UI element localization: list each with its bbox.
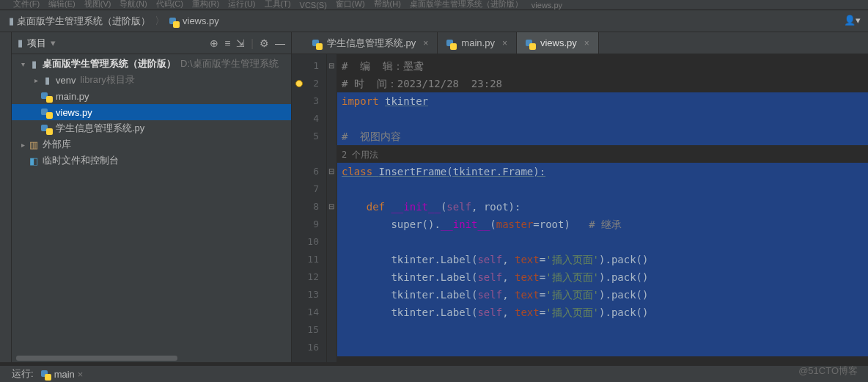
line-gutter[interactable]: 12345678910111213141516 (292, 54, 327, 362)
breadcrumb-file[interactable]: views.py (169, 15, 219, 26)
code-area[interactable]: # 编 辑：墨鸢# 时 间：2023/12/28 23:28import tki… (337, 54, 868, 362)
menu-item[interactable]: 帮助(H) (374, 0, 401, 10)
code-line[interactable]: 2 个用法 (337, 145, 868, 163)
tab-close-icon[interactable]: × (502, 38, 507, 48)
python-icon (41, 125, 53, 135)
breadcrumb-root-label: 桌面版学生管理系统（进阶版） (17, 15, 150, 28)
folder-icon: ▮ (9, 15, 14, 26)
tree-row[interactable]: ▸▥外部库 (12, 136, 291, 153)
code-line[interactable]: super().__init__(master=root) # 继承 (337, 216, 868, 233)
code-line[interactable] (337, 180, 868, 198)
tree-row[interactable]: views.py (12, 104, 291, 120)
breadcrumb-root[interactable]: ▮ 桌面版学生管理系统（进阶版） (9, 15, 150, 28)
tree-row[interactable]: ▸▮venvlibrary根目录 (12, 72, 291, 88)
project-icon: ▮ (18, 37, 23, 48)
chevron-right-icon[interactable]: ▸ (18, 141, 28, 149)
menu-item[interactable]: 窗口(W) (336, 0, 365, 10)
menu-item[interactable]: 代码(C) (156, 0, 183, 10)
menu-item[interactable]: 视图(V) (84, 0, 111, 10)
project-dropdown-icon[interactable]: ▾ (51, 37, 56, 48)
gear-icon[interactable]: ⚙ (260, 37, 269, 49)
menu-item[interactable]: 重构(R) (192, 0, 219, 10)
line-number[interactable]: 12 (292, 268, 326, 286)
breakpoint-icon[interactable] (295, 80, 303, 87)
line-number[interactable]: 13 (292, 286, 326, 304)
code-line[interactable]: class InsertFrame(tkinter.Frame): (337, 163, 868, 180)
code-line[interactable]: tkinter.Label(self, text='插入页面').pack() (337, 286, 868, 304)
code-line[interactable] (337, 110, 868, 128)
project-scrollbar[interactable] (12, 355, 291, 362)
left-gutter (0, 32, 12, 362)
line-number[interactable]: 7 (292, 180, 326, 198)
line-number[interactable]: 15 (292, 321, 326, 339)
menu-item[interactable]: 文件(F) (13, 0, 40, 10)
tree-row[interactable]: ▾▮桌面版学生管理系统（进阶版）D:\桌面版学生管理系统 (12, 56, 291, 72)
user-icon[interactable]: 👤▾ (844, 15, 861, 26)
fold-icon[interactable]: ⊟ (328, 167, 334, 175)
chevron-down-icon[interactable]: ▾ (18, 60, 28, 68)
tree-row[interactable]: ◧临时文件和控制台 (12, 153, 291, 169)
project-header: ▮ 项目 ▾ ⊕ ≡ ⇲ | ⚙ — (12, 32, 291, 54)
line-number[interactable]: 14 (292, 304, 326, 321)
line-number[interactable]: 5 (292, 128, 326, 145)
tab-close-icon[interactable]: × (423, 38, 428, 48)
line-number[interactable] (292, 145, 326, 163)
chevron-right-icon[interactable]: ▸ (31, 76, 41, 84)
select-opened-icon[interactable]: ≡ (224, 37, 230, 49)
fold-icon[interactable]: ⊟ (328, 62, 334, 70)
tab-close-icon[interactable]: × (584, 38, 589, 48)
line-number[interactable]: 1 (292, 57, 326, 75)
code-line[interactable] (337, 233, 868, 251)
menu-item[interactable]: 导航(N) (119, 0, 147, 10)
watermark: @51CTO博客 (798, 364, 858, 378)
line-number[interactable]: 10 (292, 233, 326, 251)
code-line[interactable]: import tkinter (337, 92, 868, 110)
fold-column[interactable]: ⊟⊟⊟ (327, 54, 337, 362)
menu-item[interactable]: 工具(T) (265, 0, 291, 10)
editor-tab[interactable]: 学生信息管理系统.py× (304, 32, 438, 54)
code-line[interactable] (337, 339, 868, 356)
tree-label: 外部库 (43, 138, 71, 151)
locate-icon[interactable]: ⊕ (210, 37, 218, 49)
menu-item[interactable]: 桌面版学生管理系统（进阶版） (410, 0, 523, 10)
tree-row[interactable]: main.py (12, 88, 291, 104)
code-line[interactable] (337, 321, 868, 339)
code-line[interactable]: # 时 间：2023/12/28 23:28 (337, 75, 868, 92)
code-line[interactable]: # 编 辑：墨鸢 (337, 57, 868, 75)
fold-icon[interactable]: ⊟ (328, 202, 334, 210)
editor-tab[interactable]: views.py× (517, 32, 599, 54)
code-line[interactable]: tkinter.Label(self, text='插入页面').pack() (337, 304, 868, 321)
divider-icon: | (251, 37, 254, 49)
project-tree[interactable]: ▾▮桌面版学生管理系统（进阶版）D:\桌面版学生管理系统▸▮venvlibrar… (12, 54, 291, 355)
code-line[interactable]: tkinter.Label(self, text='插入页面').pack() (337, 251, 868, 268)
tree-label: venv (56, 75, 76, 86)
menu-item[interactable]: 运行(U) (228, 0, 255, 10)
tab-label: 学生信息管理系统.py (327, 37, 416, 50)
menu-item[interactable]: views.py (532, 1, 562, 10)
run-config[interactable]: main (54, 369, 75, 380)
python-icon (41, 92, 53, 103)
line-number[interactable]: 4 (292, 110, 326, 128)
editor-tab[interactable]: main.py× (438, 32, 517, 54)
code-line[interactable]: tkinter.Label(self, text='插入页面').pack() (337, 268, 868, 286)
python-icon (446, 40, 457, 50)
expand-icon[interactable]: ⇲ (236, 37, 245, 49)
tree-path: D:\桌面版学生管理系统 (180, 57, 279, 70)
code-line[interactable]: # 视图内容 (337, 128, 868, 145)
menu-item[interactable]: 编辑(E) (48, 0, 76, 10)
line-number[interactable]: 6 (292, 163, 326, 180)
minimize-icon[interactable]: — (275, 37, 285, 49)
tree-row[interactable]: 学生信息管理系统.py (12, 120, 291, 136)
folder-icon: ▮ (41, 75, 53, 86)
tree-label: views.py (56, 107, 92, 118)
line-number[interactable]: 8 (292, 198, 326, 216)
code-line[interactable]: def __init__(self, root): (337, 198, 868, 216)
top-menu: 文件(F)编辑(E)视图(V)导航(N)代码(C)重构(R)运行(U)工具(T)… (0, 0, 868, 10)
line-number[interactable]: 3 (292, 92, 326, 110)
run-close-icon[interactable]: × (78, 369, 84, 380)
menu-item[interactable]: VCS(S) (300, 1, 327, 10)
line-number[interactable]: 11 (292, 251, 326, 268)
line-number[interactable]: 16 (292, 339, 326, 356)
line-number[interactable]: 9 (292, 216, 326, 233)
editor-area: 学生信息管理系统.py×main.py×views.py× 1234567891… (292, 32, 868, 362)
